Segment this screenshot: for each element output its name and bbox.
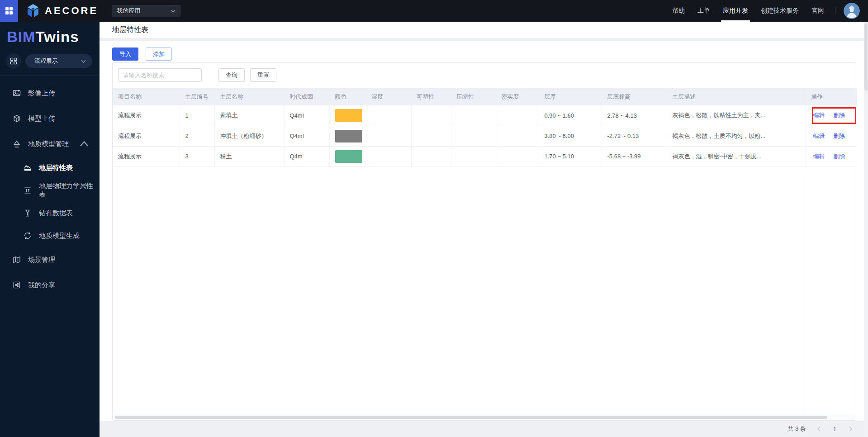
project-grid-button[interactable] bbox=[6, 53, 21, 69]
strata-table: 项目名称 土层编号 土层名称 时代成因 颜色 湿度 可塑性 压缩性 密实度 层厚… bbox=[113, 88, 857, 167]
import-button[interactable]: 导入 bbox=[112, 48, 138, 61]
actions-cell: 编辑 删除 bbox=[806, 146, 857, 166]
col-description: 土层描述 bbox=[667, 88, 806, 105]
col-color: 颜色 bbox=[329, 88, 366, 105]
chevron-down-icon bbox=[171, 10, 175, 13]
project-selector-row: 流程展示 bbox=[0, 46, 100, 76]
window-scrollbar-thumb[interactable] bbox=[864, 23, 868, 91]
active-tab-underline bbox=[721, 20, 750, 22]
chevron-down-icon bbox=[81, 60, 86, 63]
table-row: 流程展示 2 冲填土（粉细砂） Q4ml 3.80 ~ 6.00 -2.72 ~… bbox=[113, 126, 857, 146]
sidebar-item-my-shares[interactable]: 我的分享 bbox=[0, 272, 100, 298]
delete-link[interactable]: 删除 bbox=[833, 153, 845, 160]
col-humidity: 湿度 bbox=[366, 88, 411, 105]
search-row: 查询 重置 bbox=[118, 68, 276, 82]
total-count: 共 3 条 bbox=[787, 425, 806, 433]
model-generate-icon bbox=[23, 231, 32, 240]
color-swatch bbox=[335, 130, 362, 142]
aecore-cube-icon bbox=[26, 4, 40, 18]
edit-link[interactable]: 编辑 bbox=[813, 153, 825, 160]
sidebar: BIMTwins 流程展示 影像上传 模型上传 bbox=[0, 22, 100, 437]
geology-icon bbox=[12, 139, 21, 148]
grid-icon bbox=[10, 57, 17, 65]
brand-name: AECORE bbox=[45, 5, 98, 17]
delete-link[interactable]: 删除 bbox=[833, 112, 845, 119]
image-upload-icon bbox=[12, 89, 21, 98]
toolbar: 导入 添加 bbox=[100, 41, 868, 61]
col-era: 时代成因 bbox=[284, 88, 329, 105]
main-content: 地层特性表 导入 添加 查询 重置 项目名称 土层编号 bbox=[100, 22, 868, 437]
table-card: 查询 重置 项目名称 土层编号 土层名称 时代成因 颜色 湿度 bbox=[112, 62, 856, 421]
strata-table-icon bbox=[23, 163, 32, 172]
model-upload-icon bbox=[12, 114, 21, 123]
sidebar-item-scene-management[interactable]: 场景管理 bbox=[0, 247, 100, 272]
sidebar-item-strata-table[interactable]: 地层特性表 bbox=[0, 157, 100, 179]
bimtwins-logo: BIMTwins bbox=[0, 22, 100, 46]
window-scrollbar[interactable] bbox=[864, 22, 868, 437]
pagination-bar: 共 3 条 1 bbox=[100, 421, 868, 437]
delete-link[interactable]: 删除 bbox=[833, 133, 845, 139]
col-density: 密实度 bbox=[496, 88, 539, 105]
tab-official-site[interactable]: 官网 bbox=[805, 0, 830, 22]
chevron-up-icon bbox=[80, 139, 89, 148]
sidebar-menu: 影像上传 模型上传 地质模型管理 地层特性表 地层物理力学属性表 bbox=[0, 76, 100, 298]
tab-help[interactable]: 帮助 bbox=[666, 0, 691, 22]
page-prev-button[interactable] bbox=[817, 426, 821, 432]
topbar: AECORE 我的应用 帮助 工单 应用开发 创建技术服务 官网 bbox=[0, 0, 868, 22]
sidebar-item-physics-table[interactable]: 地层物理力学属性表 bbox=[0, 179, 100, 202]
logo-twins: Twins bbox=[36, 28, 79, 45]
horizontal-scrollbar[interactable] bbox=[113, 415, 855, 420]
sidebar-item-image-upload[interactable]: 影像上传 bbox=[0, 81, 100, 106]
actions-cell: 编辑 删除 bbox=[806, 105, 857, 126]
apps-grid-icon bbox=[5, 7, 13, 15]
col-actions: 操作 bbox=[806, 88, 857, 105]
sidebar-item-borehole-table[interactable]: 钻孔数据表 bbox=[0, 202, 100, 224]
col-compressibility: 压缩性 bbox=[451, 88, 496, 105]
search-input[interactable] bbox=[118, 68, 202, 82]
col-plasticity: 可塑性 bbox=[411, 88, 451, 105]
physics-table-icon bbox=[23, 186, 32, 195]
col-layer-no: 土层编号 bbox=[180, 88, 214, 105]
sidebar-item-model-upload[interactable]: 模型上传 bbox=[0, 106, 100, 131]
top-nav: 帮助 工单 应用开发 创建技术服务 官网 bbox=[666, 0, 868, 22]
scene-icon bbox=[12, 255, 21, 264]
brand: AECORE bbox=[26, 4, 98, 18]
share-icon bbox=[12, 280, 21, 290]
page-prev-icon bbox=[817, 426, 821, 432]
page-next-icon bbox=[849, 426, 853, 432]
tab-create-tech-service[interactable]: 创建技术服务 bbox=[754, 0, 805, 22]
actions-cell: 编辑 删除 bbox=[806, 126, 857, 146]
horizontal-scrollbar-thumb[interactable] bbox=[115, 416, 827, 419]
apps-grid-button[interactable] bbox=[0, 0, 18, 22]
app-select-value: 我的应用 bbox=[117, 7, 140, 15]
sidebar-item-model-generate[interactable]: 地质模型生成 bbox=[0, 224, 100, 247]
tab-app-development[interactable]: 应用开发 bbox=[716, 0, 754, 22]
table-row: 流程展示 3 粉土 Q4m 1.70 ~ 5.10 -5.68 ~ -3.99 … bbox=[113, 146, 857, 166]
reset-button[interactable]: 重置 bbox=[250, 68, 276, 82]
add-button[interactable]: 添加 bbox=[146, 48, 172, 61]
fixed-column-separator bbox=[804, 88, 804, 415]
page-number-1[interactable]: 1 bbox=[831, 426, 838, 432]
table-row: 流程展示 1 素填土 Q4ml 0.90 ~ 1.60 2.78 ~ 4.13 … bbox=[113, 105, 857, 126]
borehole-icon bbox=[23, 209, 32, 218]
edit-link[interactable]: 编辑 bbox=[813, 133, 825, 139]
project-select[interactable]: 流程展示 bbox=[25, 54, 92, 68]
edit-link[interactable]: 编辑 bbox=[813, 112, 825, 119]
topbar-divider bbox=[835, 7, 835, 14]
tab-work-order[interactable]: 工单 bbox=[691, 0, 716, 22]
col-bottom-elevation: 层底标高 bbox=[602, 88, 667, 105]
data-table-wrap: 项目名称 土层编号 土层名称 时代成因 颜色 湿度 可塑性 压缩性 密实度 层厚… bbox=[113, 88, 856, 167]
color-swatch bbox=[335, 109, 362, 122]
app-select[interactable]: 我的应用 bbox=[112, 5, 180, 17]
col-thickness: 层厚 bbox=[539, 88, 602, 105]
col-layer-name: 土层名称 bbox=[214, 88, 284, 105]
page-next-button[interactable] bbox=[849, 426, 853, 432]
color-swatch bbox=[335, 150, 362, 163]
query-button[interactable]: 查询 bbox=[218, 68, 245, 82]
project-select-value: 流程展示 bbox=[34, 57, 58, 65]
page-title: 地层特性表 bbox=[112, 25, 148, 35]
user-avatar[interactable] bbox=[844, 3, 860, 19]
page-title-bar: 地层特性表 bbox=[100, 22, 868, 38]
logo-bim: BIM bbox=[7, 28, 36, 45]
sidebar-item-geology-management[interactable]: 地质模型管理 bbox=[0, 131, 100, 157]
